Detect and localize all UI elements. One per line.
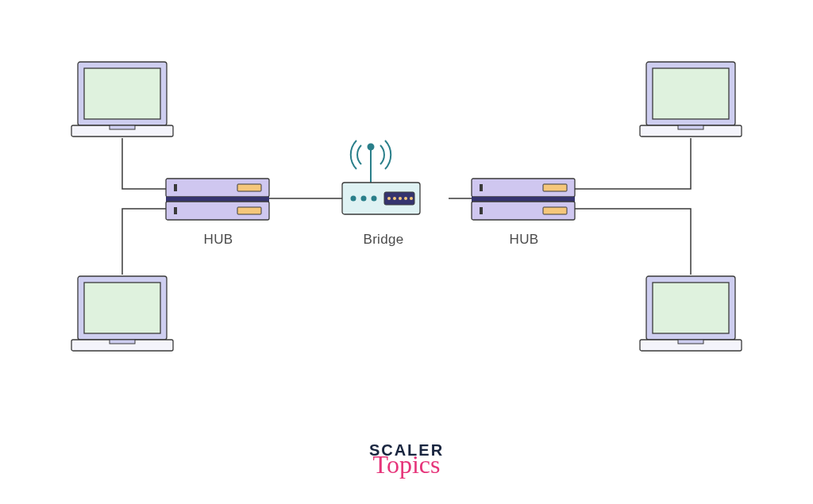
svg-rect-11 [678, 125, 703, 129]
svg-rect-28 [543, 207, 567, 214]
svg-point-40 [404, 197, 407, 200]
svg-point-35 [372, 196, 377, 202]
hub-left [166, 179, 269, 220]
svg-rect-26 [472, 197, 575, 202]
svg-rect-13 [653, 283, 729, 333]
svg-rect-19 [166, 197, 269, 202]
svg-rect-9 [653, 68, 729, 119]
svg-point-39 [399, 197, 402, 200]
svg-point-38 [393, 197, 396, 200]
bridge-device [342, 140, 420, 214]
svg-point-31 [368, 144, 374, 150]
svg-rect-25 [480, 184, 483, 191]
antenna-icon [351, 140, 391, 183]
svg-rect-17 [237, 184, 261, 191]
hub-left-label: HUB [187, 232, 250, 248]
svg-point-33 [351, 196, 356, 202]
laptop-top-left [71, 62, 173, 137]
bridge-label: Bridge [356, 232, 411, 248]
diagram-svg [0, 0, 813, 504]
svg-point-41 [410, 197, 413, 200]
svg-rect-29 [480, 207, 483, 214]
laptop-bottom-right [640, 276, 742, 351]
svg-rect-1 [84, 68, 160, 119]
scaler-topics-logo: SCALER Topics [0, 442, 813, 475]
laptop-top-right [640, 62, 742, 137]
svg-rect-22 [174, 207, 177, 214]
svg-rect-21 [237, 207, 261, 214]
svg-rect-24 [543, 184, 567, 191]
svg-point-34 [361, 196, 367, 202]
svg-rect-7 [110, 340, 135, 344]
svg-rect-5 [84, 283, 160, 333]
svg-rect-3 [110, 125, 135, 129]
svg-point-37 [387, 197, 391, 200]
svg-rect-18 [174, 184, 177, 191]
network-diagram: HUB Bridge HUB SCALER Topics [0, 0, 813, 504]
hub-right [472, 179, 575, 220]
laptop-bottom-left [71, 276, 173, 351]
logo-line2: Topics [0, 455, 813, 475]
hub-right-label: HUB [492, 232, 556, 248]
svg-rect-15 [678, 340, 703, 344]
